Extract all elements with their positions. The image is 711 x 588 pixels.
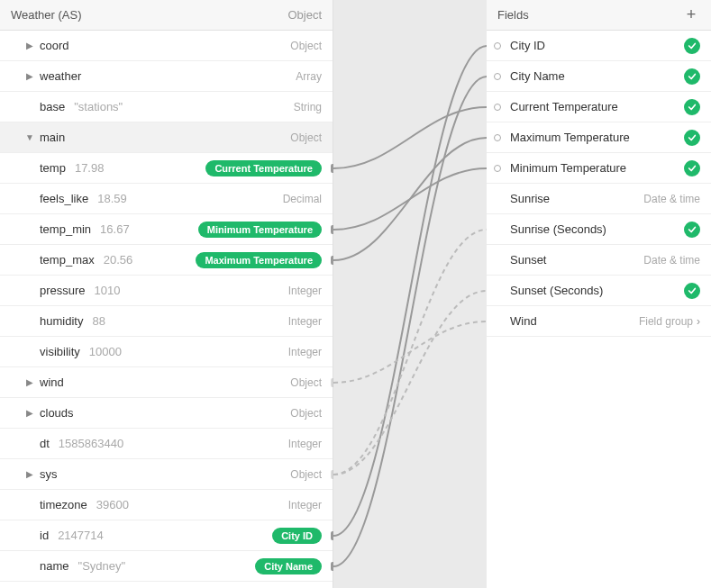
row-type: Integer xyxy=(288,346,322,358)
source-row-feels_like[interactable]: feels_like18.59Decimal xyxy=(0,184,333,214)
row-value: 88 xyxy=(92,314,105,328)
source-row-visibility[interactable]: visibility10000Integer xyxy=(0,337,333,367)
mapping-badge[interactable]: City ID xyxy=(272,528,322,544)
row-key: feels_like xyxy=(40,192,88,205)
row-type: Object xyxy=(290,376,322,389)
source-row-temp_min[interactable]: temp_min16.67Minimum Temperature xyxy=(0,214,333,245)
field-label: Sunrise (Seconds) xyxy=(510,222,684,236)
row-type: Integer xyxy=(288,285,322,297)
row-type: Integer xyxy=(288,438,322,450)
field-row-city-name[interactable]: City Name xyxy=(487,61,711,92)
field-row-sunrise-seconds-[interactable]: Sunrise (Seconds) xyxy=(487,214,711,245)
row-value: 1010 xyxy=(95,284,121,297)
row-key: temp_max xyxy=(40,253,95,267)
add-field-button[interactable]: + xyxy=(682,6,700,24)
row-type: Object xyxy=(290,407,322,420)
source-row-humidity[interactable]: humidity88Integer xyxy=(0,306,333,337)
row-value: 17.98 xyxy=(75,161,105,175)
source-row-sys[interactable]: ▶sysObject xyxy=(0,459,333,490)
row-key: temp xyxy=(40,161,66,175)
field-type: Field group xyxy=(639,315,693,328)
row-value: 39600 xyxy=(96,498,129,511)
check-icon xyxy=(684,68,700,85)
source-row-pressure[interactable]: pressure1010Integer xyxy=(0,276,333,306)
row-key: visibility xyxy=(40,345,80,358)
row-key: humidity xyxy=(40,314,83,328)
field-label: Minimum Temperature xyxy=(510,161,684,175)
field-port[interactable] xyxy=(494,42,501,50)
row-type: Array xyxy=(296,70,322,83)
row-type: Decimal xyxy=(283,193,322,205)
field-label: Sunset xyxy=(510,253,643,267)
field-row-maximum-temperature[interactable]: Maximum Temperature xyxy=(487,122,711,153)
caret-icon[interactable]: ▶ xyxy=(25,469,34,479)
fields-title: Fields xyxy=(497,8,529,22)
source-row-coord[interactable]: ▶coordObject xyxy=(0,31,333,61)
row-key: timezone xyxy=(40,498,87,511)
connection-panel xyxy=(333,0,487,588)
caret-icon[interactable]: ▶ xyxy=(25,377,34,387)
mapping-badge[interactable]: Minimum Temperature xyxy=(198,222,322,238)
row-type: Integer xyxy=(288,315,322,328)
row-type: Object xyxy=(290,468,322,481)
row-value: 20.56 xyxy=(104,253,133,267)
field-row-current-temperature[interactable]: Current Temperature xyxy=(487,92,711,122)
source-row-clouds[interactable]: ▶cloudsObject xyxy=(0,398,333,429)
row-value: 16.67 xyxy=(100,222,130,236)
mapping-badge[interactable]: Current Temperature xyxy=(205,160,322,176)
row-key: weather xyxy=(40,69,81,83)
field-row-sunrise[interactable]: SunriseDate & time xyxy=(487,184,711,214)
source-row-base[interactable]: base"stations"String xyxy=(0,92,333,122)
field-label: City ID xyxy=(510,39,684,52)
field-port[interactable] xyxy=(494,165,501,172)
field-row-minimum-temperature[interactable]: Minimum Temperature xyxy=(487,153,711,184)
source-row-main[interactable]: ▼mainObject xyxy=(0,122,333,153)
source-row-temp[interactable]: temp17.98Current Temperature xyxy=(0,153,333,184)
source-panel: Weather (AS) Object ▶coordObject▶weather… xyxy=(0,0,333,588)
row-key: temp_min xyxy=(40,222,91,236)
field-label: Sunrise xyxy=(510,192,643,205)
source-row-wind[interactable]: ▶windObject xyxy=(0,367,333,398)
caret-icon[interactable]: ▶ xyxy=(25,41,34,50)
source-row-dt[interactable]: dt1585863440Integer xyxy=(0,429,333,459)
field-label: Wind xyxy=(510,314,639,328)
mapping-badge[interactable]: Maximum Temperature xyxy=(196,252,322,268)
field-port[interactable] xyxy=(494,134,501,141)
row-key: main xyxy=(40,131,65,144)
source-row-id[interactable]: id2147714City ID xyxy=(0,520,333,551)
field-row-sunset-seconds-[interactable]: Sunset (Seconds) xyxy=(487,276,711,306)
field-row-sunset[interactable]: SunsetDate & time xyxy=(487,245,711,276)
row-value: "Sydney" xyxy=(78,559,126,573)
check-icon xyxy=(684,222,700,238)
row-type: String xyxy=(294,101,322,113)
source-row-temp_max[interactable]: temp_max20.56Maximum Temperature xyxy=(0,245,333,276)
row-key: coord xyxy=(40,39,69,52)
caret-icon[interactable]: ▼ xyxy=(25,132,34,142)
check-icon xyxy=(684,130,700,146)
source-row-timezone[interactable]: timezone39600Integer xyxy=(0,490,333,520)
check-icon xyxy=(684,38,700,54)
caret-icon[interactable]: ▶ xyxy=(25,71,34,81)
source-row-name[interactable]: name"Sydney"City Name xyxy=(0,551,333,582)
row-type: Integer xyxy=(288,499,322,511)
source-row-weather[interactable]: ▶weatherArray xyxy=(0,61,333,92)
field-row-city-id[interactable]: City ID xyxy=(487,31,711,61)
row-type: Object xyxy=(290,40,322,52)
row-key: clouds xyxy=(40,406,74,420)
field-port[interactable] xyxy=(494,104,501,111)
field-row-wind[interactable]: WindField group› xyxy=(487,306,711,337)
field-port[interactable] xyxy=(494,73,501,80)
row-value: 18.59 xyxy=(97,192,127,205)
source-type: Object xyxy=(287,8,322,22)
check-icon xyxy=(684,99,700,115)
fields-panel: Fields + City IDCity NameCurrent Tempera… xyxy=(487,0,711,588)
chevron-right-icon: › xyxy=(697,315,700,328)
field-label: Maximum Temperature xyxy=(510,131,684,144)
mapping-badge[interactable]: City Name xyxy=(255,558,322,574)
fields-header: Fields + xyxy=(487,0,711,31)
row-key: dt xyxy=(40,437,50,450)
caret-icon[interactable]: ▶ xyxy=(25,408,34,418)
source-title: Weather (AS) xyxy=(11,8,82,22)
field-type: Date & time xyxy=(643,254,700,267)
source-row-cod[interactable]: cod200Integer xyxy=(0,582,333,588)
